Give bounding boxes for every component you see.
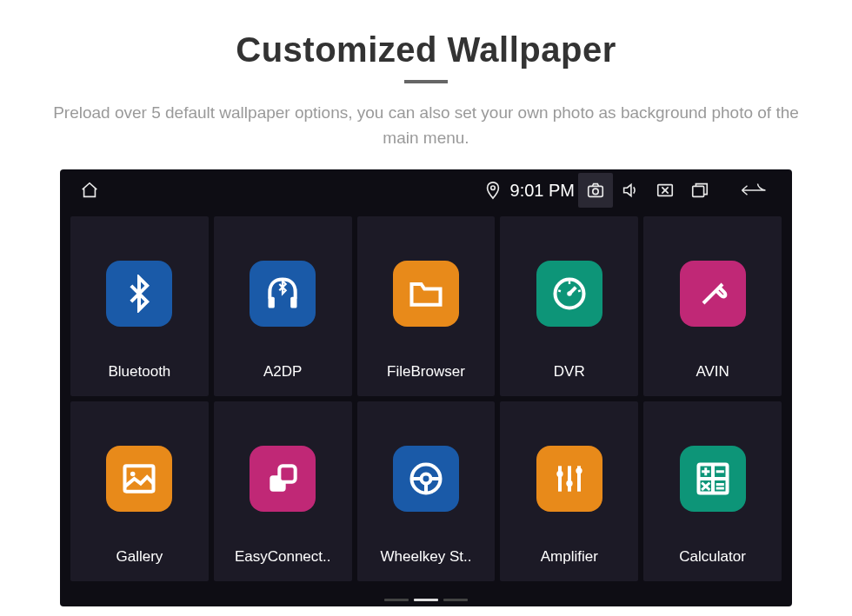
page-dot [384,599,409,601]
app-label: Wheelkey St.. [368,548,485,566]
app-label: Calculator [654,548,771,566]
title-underline [404,80,448,83]
svg-rect-17 [280,466,296,481]
page-dot [443,599,468,601]
back-icon[interactable] [728,173,780,208]
app-wheelkey[interactable]: Wheelkey St.. [357,401,496,581]
svg-point-15 [130,471,136,476]
camera-icon[interactable] [578,173,613,208]
app-label: AVIN [654,363,771,381]
volume-icon[interactable] [613,173,648,208]
app-label: Bluetooth [81,363,198,381]
app-amplifier[interactable]: Amplifier [500,401,638,581]
app-label: Gallery [81,548,198,566]
app-easyconnect[interactable]: EasyConnect.. [214,401,352,581]
app-dvr[interactable]: DVR [500,216,638,396]
svg-point-23 [556,470,562,476]
svg-point-24 [566,480,572,486]
app-a2dp[interactable]: A2DP [214,216,352,396]
headphones-bluetooth-icon [250,261,316,327]
page-indicator[interactable] [384,599,468,601]
svg-line-13 [578,290,581,291]
app-grid: Bluetooth A2DP FileBrowser DVR AVIN [60,211,792,581]
app-label: DVR [510,363,628,381]
svg-point-25 [576,467,582,474]
svg-rect-7 [269,296,275,308]
svg-rect-1 [589,186,603,196]
equalizer-icon [536,446,602,512]
page-dot-active [414,599,438,601]
page-title: Customized Wallpaper [0,30,852,70]
svg-line-12 [558,290,561,291]
home-icon[interactable] [72,173,107,208]
status-bar: 9:01 PM [60,169,792,211]
svg-point-19 [421,474,430,483]
app-label: A2DP [224,363,342,381]
app-filebrowser[interactable]: FileBrowser [357,216,496,396]
audio-jack-icon [680,261,746,327]
svg-rect-8 [290,296,296,308]
location-icon[interactable] [476,173,510,208]
device-screen: 9:01 PM Bluetooth [60,169,792,606]
app-bluetooth[interactable]: Bluetooth [70,216,209,396]
steering-wheel-icon [393,446,459,512]
screen-off-icon[interactable] [648,173,682,208]
app-avin[interactable]: AVIN [643,216,782,396]
app-label: FileBrowser [368,363,485,381]
recent-apps-icon[interactable] [682,173,717,208]
folder-icon [393,261,459,327]
svg-point-2 [593,189,598,194]
page-description: Preload over 5 default wallpaper options… [43,101,809,150]
app-label: EasyConnect.. [224,548,342,566]
calculator-icon [680,446,746,512]
status-time: 9:01 PM [510,181,575,201]
image-icon [106,446,172,512]
gauge-icon [536,261,602,327]
svg-point-10 [567,291,572,296]
app-label: Amplifier [510,548,628,566]
svg-point-0 [490,186,495,190]
bluetooth-icon [106,261,172,327]
svg-rect-6 [693,186,704,196]
link-icon [250,446,316,512]
app-calculator[interactable]: Calculator [643,401,782,581]
app-gallery[interactable]: Gallery [70,401,209,581]
